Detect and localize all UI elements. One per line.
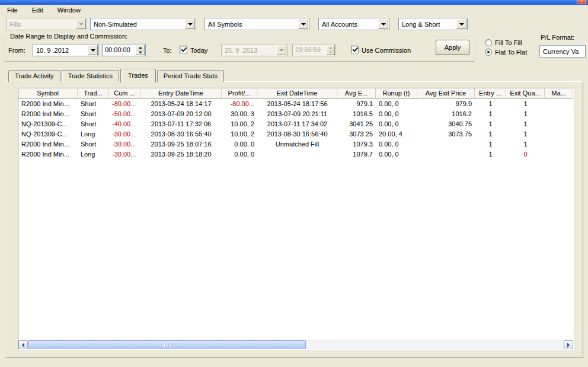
flat-to-flat-radio[interactable]	[485, 49, 492, 56]
table-cell: 0.00, 0	[376, 109, 417, 119]
spin-down-icon	[326, 50, 335, 56]
scroll-right-icon[interactable]	[564, 340, 573, 350]
column-header[interactable]: Profit/...	[222, 88, 257, 99]
table-cell: 3073.25	[337, 129, 376, 139]
table-cell: 2013-07-09 20:21:11	[257, 109, 337, 119]
column-header[interactable]: Avg E...	[337, 88, 376, 99]
use-commission-label[interactable]: Use Commission	[362, 47, 411, 54]
column-header[interactable]: Symbol	[18, 88, 78, 99]
symbols-combo-value: All Symbols	[205, 21, 298, 28]
column-header[interactable]: Exit Qua...	[506, 88, 545, 99]
chevron-down-icon[interactable]	[88, 45, 98, 55]
menu-window[interactable]: Window	[53, 5, 85, 15]
table-cell: 10.00, 2	[222, 119, 257, 129]
apply-button[interactable]: Apply	[436, 40, 469, 55]
trade-row[interactable]: R2000 Ind Min...Short-80.00...2013-05-24…	[18, 99, 573, 109]
column-header[interactable]: Avg Exit Price	[417, 88, 475, 99]
horizontal-scrollbar[interactable]	[18, 340, 573, 349]
trade-row[interactable]: NQ-201309-C...Long-30.00...2013-08-30 16…	[18, 129, 573, 139]
table-cell: 2013-05-24 18:14:17	[140, 99, 222, 109]
spin-down-icon[interactable]	[136, 50, 145, 56]
close-button[interactable]: ×	[577, 0, 586, 4]
trade-row[interactable]: R2000 Ind Min...Short-50.00...2013-07-09…	[18, 109, 573, 119]
table-cell: 1016.5	[337, 109, 376, 119]
table-cell: Short	[78, 99, 109, 109]
fills-combo: Fills	[6, 18, 87, 30]
table-cell: -80.00...	[222, 99, 257, 109]
column-header[interactable]: Entry ...	[475, 88, 506, 99]
trade-row[interactable]: R2000 Ind Min...Short-30.00...2013-09-25…	[18, 139, 573, 149]
table-cell: 2013-09-25 18:18:20	[140, 149, 222, 159]
tab-trade-statistics[interactable]: Trade Statistics	[62, 70, 119, 82]
tab-trade-activity[interactable]: Trade Activity	[8, 70, 60, 82]
direction-combo-value: Long & Short	[399, 21, 456, 28]
column-header[interactable]: Ma...	[545, 88, 573, 99]
table-cell: 1	[475, 119, 506, 129]
tab-period-trade-stats[interactable]: Period Trade Stats	[157, 70, 224, 82]
pl-format-value: Currency Va	[540, 48, 585, 55]
column-header[interactable]: Cum ...	[109, 88, 140, 99]
pl-format-combo[interactable]: Currency Va	[539, 45, 586, 58]
to-date-value: 25. 9 .2013	[222, 47, 276, 54]
chevron-down-icon	[276, 45, 286, 55]
table-cell: Long	[78, 129, 109, 139]
from-date-picker[interactable]: 10. 9 .2012	[33, 44, 99, 56]
app-window: × FileEditWindow Fills Non-Simulated All…	[0, 0, 588, 367]
table-cell: 1	[506, 139, 545, 149]
fill-to-fill-radio[interactable]	[485, 39, 492, 46]
spin-up-icon[interactable]	[136, 45, 145, 50]
table-cell: 3040.75	[417, 119, 475, 129]
symbols-combo[interactable]: All Symbols	[204, 18, 309, 30]
column-header[interactable]: Entry DateTime	[140, 88, 222, 99]
chevron-down-icon[interactable]	[456, 19, 466, 29]
table-cell	[545, 109, 573, 119]
table-cell: -30.00...	[109, 129, 140, 139]
use-commission-checkbox[interactable]	[351, 46, 359, 53]
column-header[interactable]: Trad...	[78, 88, 109, 99]
column-header[interactable]: Exit DateTime	[257, 88, 337, 99]
chevron-down-icon[interactable]	[298, 19, 308, 29]
table-cell: 3073.75	[417, 129, 475, 139]
table-cell: -30.00...	[109, 149, 140, 159]
trade-row[interactable]: NQ-201309-C...Short-40.00...2013-07-11 1…	[18, 119, 573, 129]
table-cell: 10.00, 2	[222, 129, 257, 139]
table-cell: Unmatched Fill	[257, 139, 337, 149]
from-time-field[interactable]: 00:00:00	[102, 44, 146, 56]
grid-body: R2000 Ind Min...Short-80.00...2013-05-24…	[18, 99, 573, 159]
chevron-down-icon[interactable]	[378, 19, 388, 29]
table-cell: R2000 Ind Min...	[18, 149, 78, 159]
table-cell: 0.00, 0	[222, 139, 257, 149]
scrollbar-thumb[interactable]	[28, 340, 306, 350]
table-cell: R2000 Ind Min...	[18, 139, 78, 149]
table-cell: 3041.25	[337, 119, 376, 129]
today-checkbox[interactable]	[180, 46, 187, 53]
fill-to-fill-label[interactable]: Fill To Fill	[495, 39, 522, 46]
table-cell: 1	[475, 99, 506, 109]
simulation-mode-combo[interactable]: Non-Simulated	[90, 18, 196, 30]
scroll-left-icon[interactable]	[18, 340, 28, 350]
flat-to-flat-label[interactable]: Flat To Flat	[495, 49, 527, 56]
title-bar	[0, 0, 588, 5]
to-time-value: 23:59:59	[293, 44, 325, 56]
chevron-down-icon[interactable]	[185, 19, 195, 29]
table-cell	[545, 149, 573, 159]
table-cell: 979.1	[337, 99, 376, 109]
direction-combo[interactable]: Long & Short	[398, 18, 468, 30]
table-cell	[545, 119, 573, 129]
table-cell	[417, 139, 475, 149]
trade-row[interactable]: R2000 Ind Min...Long-30.00...2013-09-25 …	[18, 149, 573, 159]
accounts-combo[interactable]: All Accounts	[318, 18, 389, 30]
table-cell	[545, 99, 573, 109]
menu-file[interactable]: File	[2, 5, 23, 15]
table-cell: 20.00, 4	[376, 129, 417, 139]
chevron-down-icon	[76, 19, 86, 29]
table-cell: -80.00...	[109, 99, 140, 109]
menu-edit[interactable]: Edit	[27, 5, 48, 15]
table-cell: 0	[506, 149, 545, 159]
tab-trades[interactable]: Trades	[120, 69, 156, 82]
table-cell: R2000 Ind Min...	[18, 99, 78, 109]
table-cell: 1	[475, 139, 506, 149]
column-header[interactable]: Runup (t)	[376, 88, 417, 99]
table-cell: 1	[506, 109, 545, 119]
today-checkbox-label[interactable]: Today	[190, 47, 207, 54]
